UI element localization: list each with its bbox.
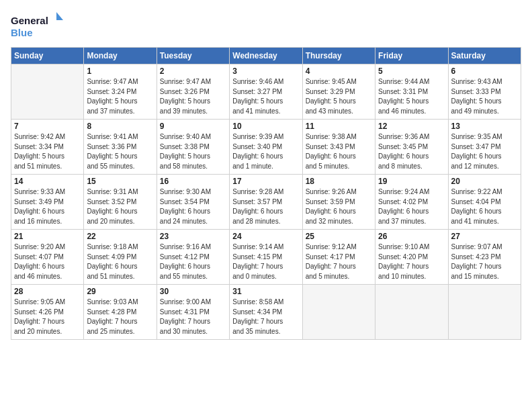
calendar-week-4: 21Sunrise: 9:20 AM Sunset: 4:07 PM Dayli…	[11, 230, 521, 285]
calendar-cell: 12Sunrise: 9:36 AM Sunset: 3:45 PM Dayli…	[375, 120, 448, 175]
calendar-cell: 24Sunrise: 9:14 AM Sunset: 4:15 PM Dayli…	[230, 230, 302, 285]
svg-text:General: General	[11, 15, 48, 26]
day-number: 26	[378, 232, 445, 241]
page-header: General Blue	[11, 11, 521, 40]
day-header-thursday: Thursday	[302, 48, 375, 64]
day-info: Sunrise: 9:33 AM Sunset: 3:49 PM Dayligh…	[14, 187, 81, 226]
day-number: 4	[306, 66, 372, 76]
calendar-cell: 21Sunrise: 9:20 AM Sunset: 4:07 PM Dayli…	[11, 230, 84, 285]
day-info: Sunrise: 9:05 AM Sunset: 4:26 PM Dayligh…	[14, 298, 81, 336]
calendar-cell: 2Sunrise: 9:47 AM Sunset: 3:26 PM Daylig…	[157, 64, 229, 120]
calendar-table: SundayMondayTuesdayWednesdayThursdayFrid…	[11, 47, 521, 340]
day-number: 31	[232, 287, 299, 296]
calendar-cell: 29Sunrise: 9:03 AM Sunset: 4:28 PM Dayli…	[84, 285, 157, 340]
day-number: 19	[378, 177, 445, 186]
day-info: Sunrise: 9:10 AM Sunset: 4:20 PM Dayligh…	[378, 242, 445, 281]
day-number: 23	[160, 232, 226, 241]
day-number: 5	[378, 66, 445, 76]
calendar-cell: 19Sunrise: 9:24 AM Sunset: 4:02 PM Dayli…	[375, 175, 448, 230]
day-number: 7	[14, 122, 81, 131]
logo: General Blue	[11, 11, 64, 40]
day-info: Sunrise: 9:39 AM Sunset: 3:40 PM Dayligh…	[232, 132, 299, 171]
day-info: Sunrise: 9:16 AM Sunset: 4:12 PM Dayligh…	[160, 242, 226, 281]
calendar-week-2: 7Sunrise: 9:42 AM Sunset: 3:34 PM Daylig…	[11, 120, 521, 175]
day-number: 17	[232, 177, 299, 186]
day-info: Sunrise: 9:20 AM Sunset: 4:07 PM Dayligh…	[14, 242, 81, 281]
day-info: Sunrise: 9:14 AM Sunset: 4:15 PM Dayligh…	[232, 242, 299, 281]
day-info: Sunrise: 9:31 AM Sunset: 3:52 PM Dayligh…	[87, 187, 153, 226]
svg-marker-2	[56, 12, 63, 20]
calendar-cell: 5Sunrise: 9:44 AM Sunset: 3:31 PM Daylig…	[375, 64, 448, 120]
day-header-tuesday: Tuesday	[157, 48, 229, 64]
day-header-saturday: Saturday	[448, 48, 521, 64]
day-info: Sunrise: 9:35 AM Sunset: 3:47 PM Dayligh…	[451, 132, 518, 171]
calendar-cell: 11Sunrise: 9:38 AM Sunset: 3:43 PM Dayli…	[302, 120, 375, 175]
calendar-week-1: 1Sunrise: 9:47 AM Sunset: 3:24 PM Daylig…	[11, 64, 521, 120]
day-header-monday: Monday	[84, 48, 157, 64]
day-info: Sunrise: 9:42 AM Sunset: 3:34 PM Dayligh…	[14, 132, 81, 171]
day-number: 11	[306, 122, 372, 131]
calendar-cell: 28Sunrise: 9:05 AM Sunset: 4:26 PM Dayli…	[11, 285, 84, 340]
calendar-cell	[302, 285, 375, 340]
day-info: Sunrise: 9:46 AM Sunset: 3:27 PM Dayligh…	[232, 77, 299, 116]
day-number: 25	[306, 232, 372, 241]
calendar-cell: 3Sunrise: 9:46 AM Sunset: 3:27 PM Daylig…	[230, 64, 302, 120]
day-number: 18	[306, 177, 372, 186]
day-header-sunday: Sunday	[11, 48, 84, 64]
day-number: 27	[451, 232, 518, 241]
calendar-cell: 30Sunrise: 9:00 AM Sunset: 4:31 PM Dayli…	[157, 285, 229, 340]
day-info: Sunrise: 9:47 AM Sunset: 3:26 PM Dayligh…	[160, 77, 226, 116]
day-number: 8	[87, 122, 153, 131]
day-info: Sunrise: 9:00 AM Sunset: 4:31 PM Dayligh…	[160, 298, 226, 336]
day-info: Sunrise: 9:38 AM Sunset: 3:43 PM Dayligh…	[306, 132, 372, 171]
day-number: 9	[160, 122, 226, 131]
day-info: Sunrise: 9:43 AM Sunset: 3:33 PM Dayligh…	[451, 77, 518, 116]
calendar-cell: 18Sunrise: 9:26 AM Sunset: 3:59 PM Dayli…	[302, 175, 375, 230]
calendar-cell: 25Sunrise: 9:12 AM Sunset: 4:17 PM Dayli…	[302, 230, 375, 285]
day-info: Sunrise: 9:40 AM Sunset: 3:38 PM Dayligh…	[160, 132, 226, 171]
calendar-cell: 27Sunrise: 9:07 AM Sunset: 4:23 PM Dayli…	[448, 230, 521, 285]
day-header-friday: Friday	[375, 48, 448, 64]
day-number: 1	[87, 66, 153, 76]
calendar-cell: 22Sunrise: 9:18 AM Sunset: 4:09 PM Dayli…	[84, 230, 157, 285]
day-number: 10	[232, 122, 299, 131]
day-number: 15	[87, 177, 153, 186]
calendar-cell: 6Sunrise: 9:43 AM Sunset: 3:33 PM Daylig…	[448, 64, 521, 120]
calendar-cell	[375, 285, 448, 340]
calendar-cell: 1Sunrise: 9:47 AM Sunset: 3:24 PM Daylig…	[84, 64, 157, 120]
day-number: 29	[87, 287, 153, 296]
calendar-header-row: SundayMondayTuesdayWednesdayThursdayFrid…	[11, 48, 521, 64]
calendar-cell: 7Sunrise: 9:42 AM Sunset: 3:34 PM Daylig…	[11, 120, 84, 175]
day-info: Sunrise: 8:58 AM Sunset: 4:34 PM Dayligh…	[232, 298, 299, 336]
calendar-cell: 31Sunrise: 8:58 AM Sunset: 4:34 PM Dayli…	[230, 285, 302, 340]
day-number: 13	[451, 122, 518, 131]
day-info: Sunrise: 9:12 AM Sunset: 4:17 PM Dayligh…	[306, 242, 372, 281]
calendar-cell: 13Sunrise: 9:35 AM Sunset: 3:47 PM Dayli…	[448, 120, 521, 175]
day-number: 14	[14, 177, 81, 186]
day-number: 30	[160, 287, 226, 296]
day-info: Sunrise: 9:03 AM Sunset: 4:28 PM Dayligh…	[87, 298, 153, 336]
calendar-cell	[448, 285, 521, 340]
day-info: Sunrise: 9:07 AM Sunset: 4:23 PM Dayligh…	[451, 242, 518, 281]
calendar-cell	[11, 64, 84, 120]
calendar-body: 1Sunrise: 9:47 AM Sunset: 3:24 PM Daylig…	[11, 64, 521, 340]
day-info: Sunrise: 9:24 AM Sunset: 4:02 PM Dayligh…	[378, 187, 445, 226]
calendar-cell: 23Sunrise: 9:16 AM Sunset: 4:12 PM Dayli…	[157, 230, 229, 285]
calendar-cell: 20Sunrise: 9:22 AM Sunset: 4:04 PM Dayli…	[448, 175, 521, 230]
day-header-wednesday: Wednesday	[230, 48, 302, 64]
calendar-cell: 4Sunrise: 9:45 AM Sunset: 3:29 PM Daylig…	[302, 64, 375, 120]
day-number: 22	[87, 232, 153, 241]
day-info: Sunrise: 9:26 AM Sunset: 3:59 PM Dayligh…	[306, 187, 372, 226]
calendar-cell: 14Sunrise: 9:33 AM Sunset: 3:49 PM Dayli…	[11, 175, 84, 230]
calendar-cell: 26Sunrise: 9:10 AM Sunset: 4:20 PM Dayli…	[375, 230, 448, 285]
day-info: Sunrise: 9:45 AM Sunset: 3:29 PM Dayligh…	[306, 77, 372, 116]
calendar-week-3: 14Sunrise: 9:33 AM Sunset: 3:49 PM Dayli…	[11, 175, 521, 230]
day-info: Sunrise: 9:22 AM Sunset: 4:04 PM Dayligh…	[451, 187, 518, 226]
svg-text:Blue: Blue	[11, 27, 33, 38]
calendar-cell: 9Sunrise: 9:40 AM Sunset: 3:38 PM Daylig…	[157, 120, 229, 175]
day-number: 6	[451, 66, 518, 76]
day-number: 2	[160, 66, 226, 76]
calendar-cell: 15Sunrise: 9:31 AM Sunset: 3:52 PM Dayli…	[84, 175, 157, 230]
calendar-cell: 10Sunrise: 9:39 AM Sunset: 3:40 PM Dayli…	[230, 120, 302, 175]
day-info: Sunrise: 9:44 AM Sunset: 3:31 PM Dayligh…	[378, 77, 445, 116]
